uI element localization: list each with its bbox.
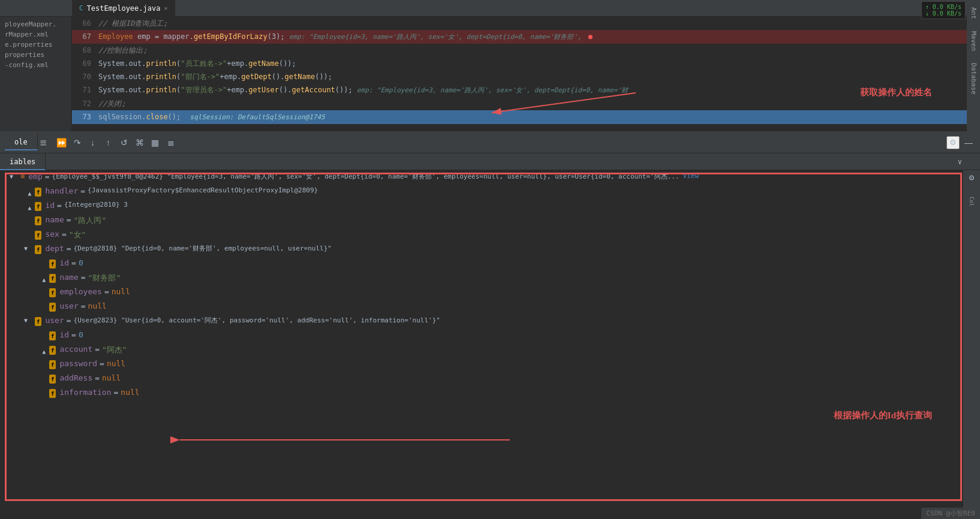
toolbar-btn-stepinto[interactable]: ↓: [86, 136, 100, 149]
field-badge-sex: f: [35, 231, 41, 240]
footer-bar: CSDN @小智RE0: [921, 508, 980, 519]
view-link-emp[interactable]: View: [683, 172, 699, 180]
field-badge-dept-user: f: [49, 303, 56, 312]
code-line-72: 72 //关闭;: [72, 97, 980, 110]
code-line-66: 66 // 根据ID查询员工;: [72, 17, 980, 30]
var-item-dept-employees[interactable]: ▶ f employees = null: [0, 285, 980, 300]
settings-button[interactable]: ⚙: [946, 136, 960, 149]
field-badge-id-root: f: [35, 202, 41, 211]
settings-icon-right[interactable]: ⚙: [969, 173, 974, 182]
col-label: Col: [969, 197, 975, 206]
var-item-handler[interactable]: ▶ f handler = {JavassistProxyFactory$Enh…: [0, 185, 980, 199]
debug-toolbar: ole ≡ ⏩ ↷ ↓ ↑ ↺ ⌘ ▦ ≣ ⚙ —: [0, 132, 980, 153]
tab-close-testemployee[interactable]: ✕: [164, 5, 167, 11]
speed-down: ↓ 0.0 KB/s: [925, 10, 961, 17]
field-badge-dept-name: f: [49, 274, 56, 283]
expand-arrow-handler[interactable]: ▶: [26, 186, 32, 196]
expand-arrow-id-root[interactable]: ▶: [26, 201, 32, 210]
expand-arrow-dept[interactable]: ▼: [24, 245, 34, 252]
code-line-68: 68 //控制台输出;: [72, 44, 980, 57]
debug-tab-variables-header[interactable]: iables: [0, 153, 46, 170]
code-lines: 66 // 根据ID查询员工; 67 Employee emp = mapper…: [72, 17, 980, 132]
editor-area: C TestEmployee.java ✕ ployeeMapper. rMap…: [0, 0, 980, 132]
field-badge-dept-id: f: [49, 260, 56, 268]
variables-collapse-btn[interactable]: ∨: [958, 158, 980, 166]
var-item-user-id[interactable]: ▶ f id = 0: [0, 328, 980, 343]
var-item-user-information[interactable]: ▶ f information = null: [0, 386, 980, 400]
field-badge-user-id: f: [49, 331, 56, 340]
code-line-70: 70 System.out.println("部门名->"+emp.getDep…: [72, 70, 980, 83]
tab-testemployee[interactable]: C TestEmployee.java ✕: [72, 0, 175, 17]
field-badge-user-information: f: [49, 389, 56, 398]
debug-tab-ole[interactable]: ole: [5, 134, 38, 150]
var-item-user[interactable]: ▼ f user = {User@2823} "User{id=0, accou…: [0, 314, 980, 328]
minimize-button[interactable]: —: [962, 136, 975, 149]
expand-arrow-emp[interactable]: ▼: [10, 173, 19, 180]
code-line-67: 67 Employee emp = mapper.getEmpByIdForLa…: [72, 30, 980, 44]
list-icon-emp: ≡: [20, 172, 25, 180]
ant-label[interactable]: Ant: [969, 2, 979, 24]
field-badge-user-account: f: [49, 346, 56, 355]
toolbar-menu-btn[interactable]: ≡: [40, 136, 47, 149]
file-item-2[interactable]: rMapper.xml: [0, 29, 71, 40]
field-badge-user-address: f: [49, 375, 56, 384]
var-item-dept-user[interactable]: ▶ f user = null: [0, 300, 980, 314]
main-container: ↑ 0.0 KB/s ↓ 0.0 KB/s C TestEmployee.jav…: [0, 0, 980, 519]
toolbar-btn-evaluate[interactable]: ⌘: [133, 136, 146, 149]
var-item-dept-name[interactable]: ▶ f name = "财务部": [0, 271, 980, 285]
var-item-user-address[interactable]: ▶ f addRess = null: [0, 372, 980, 386]
field-badge-dept: f: [35, 245, 41, 254]
field-badge-user: f: [35, 317, 41, 326]
var-item-name-root[interactable]: ▶ f name = "路人丙": [0, 213, 980, 228]
right-side-panel: ⚙ Col: [963, 170, 980, 519]
toolbar-btn-stepover[interactable]: ↷: [71, 136, 84, 149]
var-item-dept-id[interactable]: ▶ f id = 0: [0, 257, 980, 271]
file-sidebar: ployeeMapper. rMapper.xml e.properties p…: [0, 17, 72, 132]
toolbar-btn-resume[interactable]: ⏩: [55, 136, 68, 149]
var-item-dept[interactable]: ▼ f dept = {Dept@2818} "Dept{id=0, name=…: [0, 242, 980, 257]
field-badge-user-password: f: [49, 360, 56, 369]
code-line-73: 73 sqlSession.close(); sqlSession: Defau…: [72, 110, 980, 124]
variables-list: ▼ ≡ emp = {Employee_$$_jvst9f8_0@2462} "…: [0, 170, 980, 502]
var-item-sex[interactable]: ▶ f sex = "女": [0, 228, 980, 242]
annotation-bottom: 根据操作人的Id执行查询: [834, 410, 932, 421]
debug-tab-bar-2: iables ∨: [0, 153, 980, 170]
file-item-5[interactable]: -config.xml: [0, 60, 71, 70]
field-badge-handler: f: [35, 188, 41, 197]
file-item-4[interactable]: properties: [0, 50, 71, 60]
expand-arrow-dept-name[interactable]: ▶: [40, 273, 47, 282]
footer-text: CSDN @小智RE0: [926, 509, 975, 517]
expand-arrow-user-account[interactable]: ▶: [40, 345, 47, 354]
speed-indicator: ↑ 0.0 KB/s ↓ 0.0 KB/s: [921, 1, 966, 19]
toolbar-btn-more[interactable]: ≣: [164, 136, 178, 149]
file-item-3[interactable]: e.properties: [0, 40, 71, 50]
java-file-icon: C: [79, 4, 83, 12]
field-badge-name-root: f: [35, 216, 41, 225]
code-content: ployeeMapper. rMapper.xml e.properties p…: [0, 17, 980, 132]
var-item-user-password[interactable]: ▶ f password = null: [0, 357, 980, 372]
var-item-user-account[interactable]: ▶ f account = "阿杰": [0, 343, 980, 357]
variables-panel-container: ▼ ≡ emp = {Employee_$$_jvst9f8_0@2462} "…: [0, 170, 980, 519]
field-badge-dept-employees: f: [49, 288, 56, 297]
expand-arrow-user[interactable]: ▼: [24, 317, 34, 324]
tab-label-testemployee: TestEmployee.java: [87, 4, 161, 13]
file-item-1[interactable]: ployeeMapper.: [0, 19, 71, 29]
right-panel: Ant Maven Database: [967, 0, 980, 132]
maven-label[interactable]: Maven: [969, 26, 979, 56]
code-line-69: 69 System.out.println("员工姓名->"+emp.getNa…: [72, 57, 980, 70]
database-label[interactable]: Database: [969, 58, 979, 99]
speed-up: ↑ 0.0 KB/s: [925, 4, 961, 10]
annotation-top: 获取操作人的姓名: [860, 87, 932, 98]
toolbar-btn-runtopos[interactable]: ↺: [118, 136, 131, 149]
tab-bar: C TestEmployee.java ✕: [0, 0, 980, 17]
var-item-id-root[interactable]: ▶ f id = {Integer@2810} 3: [0, 199, 980, 213]
code-line-71: 71 System.out.println("管理员名->"+emp.getUs…: [72, 83, 980, 97]
var-item-emp[interactable]: ▼ ≡ emp = {Employee_$$_jvst9f8_0@2462} "…: [0, 170, 980, 185]
toolbar-btn-table[interactable]: ▦: [149, 136, 162, 149]
toolbar-btn-stepout[interactable]: ↑: [102, 136, 115, 149]
